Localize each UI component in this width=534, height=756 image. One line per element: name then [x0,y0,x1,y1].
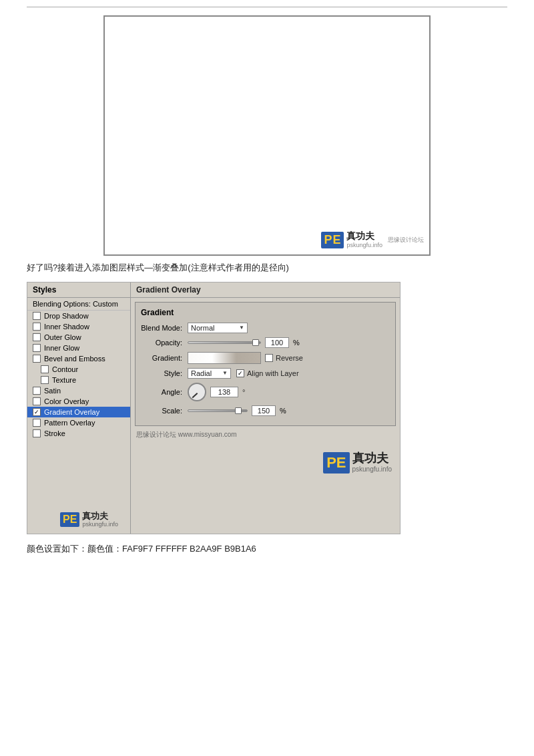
main-panel: Styles Blending Options: Custom Drop Sha… [27,282,400,534]
canvas-preview: PE 真功夫 pskungfu.info 思缘设计论坛 [103,15,431,256]
angle-controls: 138 ° [188,383,245,401]
styles-item-drop-shadow[interactable]: Drop Shadow [27,311,130,321]
style-dropdown[interactable]: Radial ▼ [188,368,231,379]
watermark-brand: 真功夫 [346,230,382,242]
color-overlay-label: Color Overlay [44,397,89,405]
gradient-section-title: Gradient [141,308,390,317]
scale-label: Scale: [141,407,188,415]
blend-mode-value: Normal [191,324,214,332]
styles-item-satin[interactable]: Satin [27,385,130,396]
scale-slider[interactable] [188,409,248,412]
styles-item-contour[interactable]: Contour [27,364,130,375]
canvas-watermark: PE 真功夫 pskungfu.info 思缘设计论坛 [321,230,424,249]
styles-item-inner-glow[interactable]: Inner Glow [27,343,130,353]
forum-text: 思缘设计论坛 www.missyuan.com [131,430,400,439]
reverse-container: Reverse [265,354,303,362]
styles-item-stroke[interactable]: Stroke [27,428,130,439]
blend-mode-row: Blend Mode: Normal ▼ [141,323,390,333]
styles-item-pattern-overlay[interactable]: Pattern Overlay [27,417,130,428]
bottom-text: 颜色设置如下：颜色值：FAF9F7 FFFFFF B2AA9F B9B1A6 [27,542,507,556]
angle-label: Angle: [141,388,188,396]
scale-value[interactable]: 150 [252,405,276,416]
color-overlay-checkbox[interactable] [33,397,41,405]
scale-unit: % [280,407,286,415]
style-value: Radial [191,369,212,377]
styles-item-inner-shadow[interactable]: Inner Shadow [27,321,130,332]
gradient-overlay-label: Gradient Overlay [44,408,99,416]
blending-options[interactable]: Blending Options: Custom [27,298,130,311]
styles-panel: Styles Blending Options: Custom Drop Sha… [27,282,131,534]
right-wm-logo: PE [323,452,349,474]
right-wm-url: pskungfu.info [352,465,392,474]
align-layer-checkbox[interactable] [236,369,244,377]
opacity-slider-thumb[interactable] [252,339,259,346]
styles-item-color-overlay[interactable]: Color Overlay [27,396,130,407]
inner-glow-label: Inner Glow [44,344,79,352]
drop-shadow-checkbox[interactable] [33,312,41,320]
styles-item-texture[interactable]: Texture [27,375,130,385]
bevel-emboss-checkbox[interactable] [33,355,41,363]
gradient-overlay-panel-title: Gradient Overlay [131,282,400,298]
styles-panel-title: Styles [27,282,130,298]
inner-shadow-checkbox[interactable] [33,323,41,331]
stroke-label: Stroke [44,429,65,437]
inner-shadow-label: Inner Shadow [44,323,89,331]
inner-glow-checkbox[interactable] [33,344,41,352]
styles-item-gradient-overlay[interactable]: Gradient Overlay [27,407,130,417]
scale-slider-thumb[interactable] [235,407,242,414]
opacity-value[interactable]: 100 [265,337,289,348]
drop-shadow-label: Drop Shadow [44,312,89,320]
watermark-site: 思缘设计论坛 [388,236,424,244]
style-row: Style: Radial ▼ Align with Layer [141,368,390,379]
angle-unit: ° [242,388,245,396]
satin-label: Satin [44,387,61,395]
blend-mode-label: Blend Mode: [141,324,188,332]
outer-glow-checkbox[interactable] [33,333,41,341]
panel-bottom-watermark: PE 真功夫 pskungfu.info [27,492,130,534]
contour-checkbox[interactable] [41,365,49,373]
outer-glow-label: Outer Glow [44,333,81,341]
pattern-overlay-checkbox[interactable] [33,419,41,427]
panel-watermark: PE 真功夫 pskungfu.info [33,511,125,528]
satin-checkbox[interactable] [33,387,41,395]
texture-label: Texture [52,376,76,384]
watermark-text: 真功夫 pskungfu.info [346,230,382,249]
gradient-row: Gradient: Reverse [141,352,390,364]
style-label: Style: [141,369,188,377]
panel-wm-url: pskungfu.info [82,521,118,528]
styles-item-outer-glow[interactable]: Outer Glow [27,332,130,343]
panel-wm-brand: 真功夫 [82,511,118,522]
gradient-label: Gradient: [141,354,188,362]
styles-item-bevel-emboss[interactable]: Bevel and Emboss [27,353,130,364]
scale-slider-container: 150 % [188,405,286,416]
blend-mode-dropdown[interactable]: Normal ▼ [188,323,248,333]
gradient-box: Gradient Blend Mode: Normal ▼ Opacity: [135,302,396,426]
gradient-overlay-checkbox[interactable] [33,408,41,416]
bevel-emboss-label: Bevel and Emboss [44,355,105,363]
panel-wm-text: 真功夫 pskungfu.info [82,511,118,528]
opacity-unit: % [293,339,300,347]
panel-wm-logo: PE [60,512,79,527]
opacity-slider[interactable] [188,341,261,344]
right-wm-brand: 真功夫 [352,451,392,466]
texture-checkbox[interactable] [41,376,49,384]
pattern-overlay-label: Pattern Overlay [44,419,95,427]
gradient-panel: Gradient Overlay Gradient Blend Mode: No… [131,282,400,534]
opacity-label: Opacity: [141,339,188,347]
blend-mode-arrow: ▼ [239,325,244,331]
style-arrow: ▼ [222,370,228,376]
angle-row: Angle: 138 ° [141,383,390,401]
angle-value[interactable]: 138 [210,387,238,397]
align-layer-label: Align with Layer [247,369,299,377]
right-wm-text: 真功夫 pskungfu.info [352,451,392,474]
description-text: 好了吗?接着进入添加图层样式—渐变叠加(注意样式作者用的是径向) [27,261,507,275]
stroke-checkbox[interactable] [33,429,41,437]
scale-row: Scale: 150 % [141,405,390,416]
opacity-row: Opacity: 100 % [141,337,390,348]
opacity-slider-container: 100 % [188,337,300,348]
angle-dial[interactable] [188,383,206,401]
gradient-swatch[interactable] [188,352,261,364]
contour-label: Contour [52,365,78,373]
reverse-checkbox[interactable] [265,354,273,362]
align-layer-container: Align with Layer [236,369,299,377]
